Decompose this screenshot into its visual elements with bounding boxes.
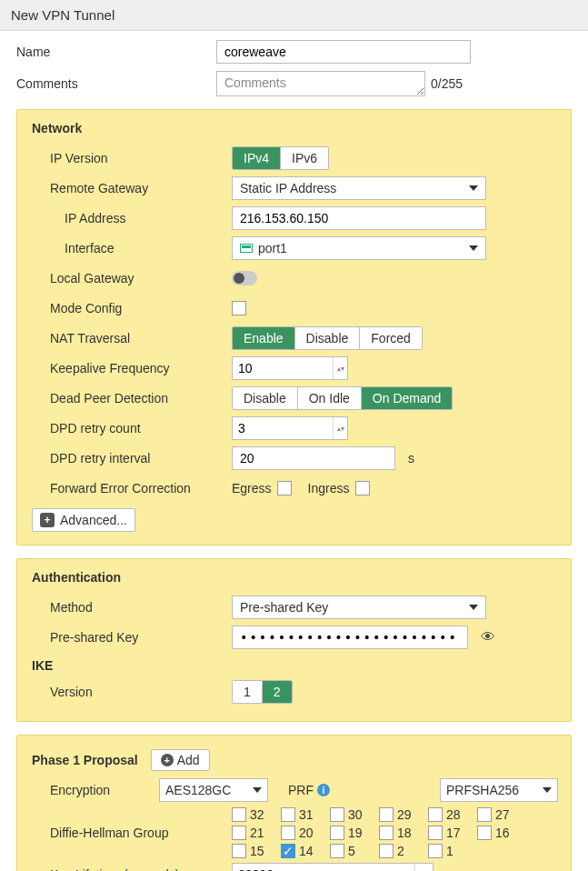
keepalive-stepper[interactable]: ▴▾ (232, 356, 348, 380)
ike-version-segment: 1 2 (232, 680, 293, 704)
dh-checkbox-2[interactable] (379, 844, 394, 858)
name-input[interactable] (216, 40, 471, 64)
dpd-disable-option[interactable]: Disable (233, 387, 298, 409)
port-icon (240, 244, 253, 253)
ike-v2-option[interactable]: 2 (263, 681, 292, 703)
interface-dropdown[interactable]: port1 (232, 236, 486, 260)
key-lifetime-input[interactable] (233, 865, 414, 871)
dh-group-18[interactable]: 18 (379, 826, 419, 840)
spinner-icon[interactable]: ▴▾ (414, 864, 429, 871)
interface-value: port1 (258, 241, 287, 255)
remote-gateway-label: Remote Gateway (50, 181, 232, 195)
dpd-retry-count-label: DPD retry count (50, 421, 232, 436)
dh-checkbox-27[interactable] (477, 807, 492, 822)
dh-group-27[interactable]: 27 (477, 807, 517, 822)
reveal-password-icon[interactable]: 👁 (481, 629, 495, 646)
dpd-on-idle-option[interactable]: On Idle (298, 387, 362, 409)
dh-checkbox-17[interactable] (428, 826, 443, 840)
local-gateway-toggle[interactable] (232, 271, 257, 285)
info-icon[interactable]: i (317, 784, 330, 796)
dh-group-14[interactable]: ✓14 (281, 844, 321, 858)
dh-checkbox-32[interactable] (232, 807, 246, 822)
method-dropdown[interactable]: Pre-shared Key (232, 596, 486, 619)
dh-label-18: 18 (397, 826, 412, 840)
dh-group-20[interactable]: 20 (281, 826, 321, 840)
phase1-panel: Phase 1 Proposal + Add Encryption AES128… (16, 735, 572, 871)
add-label: Add (177, 753, 200, 767)
network-panel: Network IP Version IPv4 IPv6 Remote Gate… (16, 109, 572, 546)
dh-label-20: 20 (299, 826, 314, 840)
dh-label-27: 27 (495, 807, 510, 822)
dh-label-29: 29 (397, 807, 412, 822)
psk-label: Pre-shared Key (50, 630, 232, 645)
dpd-retry-count-stepper[interactable]: ▴▾ (232, 416, 348, 440)
dh-checkbox-20[interactable] (281, 826, 295, 840)
prf-value: PRFSHA256 (446, 783, 519, 797)
mode-config-label: Mode Config (50, 301, 232, 315)
dh-checkbox-14[interactable]: ✓ (281, 844, 295, 858)
dpd-retry-count-input[interactable] (233, 418, 333, 438)
dh-checkbox-29[interactable] (379, 807, 394, 822)
comments-counter: 0/255 (431, 76, 463, 91)
dpd-on-demand-option[interactable]: On Demand (362, 387, 452, 409)
spinner-icon[interactable]: ▴▾ (333, 357, 347, 379)
dh-checkbox-31[interactable] (281, 807, 295, 822)
remote-gateway-dropdown[interactable]: Static IP Address (232, 176, 486, 200)
dh-checkbox-30[interactable] (330, 807, 344, 822)
dh-group-21[interactable]: 21 (232, 826, 272, 840)
dh-group-16[interactable]: 16 (477, 826, 517, 840)
window-title: New VPN Tunnel (0, 0, 588, 31)
comments-textarea[interactable] (216, 71, 425, 96)
dh-checkbox-15[interactable] (232, 844, 246, 858)
ip-address-input[interactable] (232, 206, 486, 230)
dh-group-31[interactable]: 31 (281, 807, 321, 822)
dh-checkbox-19[interactable] (330, 826, 344, 840)
dh-label-1: 1 (446, 844, 453, 858)
keepalive-label: Keepalive Frequency (50, 361, 232, 375)
dh-group-17[interactable]: 17 (428, 826, 468, 840)
nat-enable-option[interactable]: Enable (233, 327, 295, 349)
dh-label-31: 31 (299, 807, 314, 822)
dh-checkbox-1[interactable] (428, 844, 443, 858)
dh-checkbox-21[interactable] (232, 826, 246, 840)
fec-ingress-label: Ingress (308, 481, 350, 496)
nat-disable-option[interactable]: Disable (295, 327, 361, 349)
prf-label: PRF (288, 783, 314, 797)
dh-group-5[interactable]: 5 (330, 844, 370, 858)
ike-v1-option[interactable]: 1 (233, 681, 263, 703)
fec-egress-checkbox[interactable] (277, 481, 292, 496)
spinner-icon[interactable]: ▴▾ (333, 417, 347, 439)
chevron-down-icon (469, 245, 478, 251)
nat-traversal-segment: Enable Disable Forced (232, 326, 423, 350)
advanced-button[interactable]: + Advanced... (32, 508, 135, 532)
key-lifetime-stepper[interactable]: ▴▾ (232, 863, 434, 871)
mode-config-checkbox[interactable] (232, 301, 246, 315)
fec-ingress-checkbox[interactable] (355, 481, 370, 496)
dpd-retry-interval-input[interactable] (232, 446, 395, 470)
ipv6-option[interactable]: IPv6 (281, 147, 328, 169)
add-proposal-button[interactable]: + Add (151, 749, 210, 771)
authentication-panel: Authentication Method Pre-shared Key Pre… (16, 558, 572, 722)
dh-label-28: 28 (446, 807, 461, 822)
ipv4-option[interactable]: IPv4 (233, 147, 281, 169)
psk-input[interactable] (232, 626, 468, 649)
dh-checkbox-5[interactable] (330, 844, 344, 858)
prf-dropdown[interactable]: PRFSHA256 (440, 778, 558, 802)
dh-group-30[interactable]: 30 (330, 807, 370, 822)
dh-checkbox-18[interactable] (379, 826, 394, 840)
dpd-label: Dead Peer Detection (50, 391, 232, 405)
dh-checkbox-28[interactable] (428, 807, 443, 822)
encryption-dropdown[interactable]: AES128GC (159, 778, 268, 802)
dh-group-28[interactable]: 28 (428, 807, 468, 822)
nat-forced-option[interactable]: Forced (360, 327, 422, 349)
encryption-value: AES128GC (165, 783, 231, 797)
interface-label: Interface (50, 241, 232, 255)
dh-group-29[interactable]: 29 (379, 807, 419, 822)
dh-group-1[interactable]: 1 (428, 844, 468, 858)
dh-group-32[interactable]: 32 (232, 807, 272, 822)
dh-checkbox-16[interactable] (477, 826, 492, 840)
keepalive-input[interactable] (233, 358, 333, 378)
dh-group-15[interactable]: 15 (232, 844, 272, 858)
dh-group-19[interactable]: 19 (330, 826, 370, 840)
dh-group-2[interactable]: 2 (379, 844, 419, 858)
